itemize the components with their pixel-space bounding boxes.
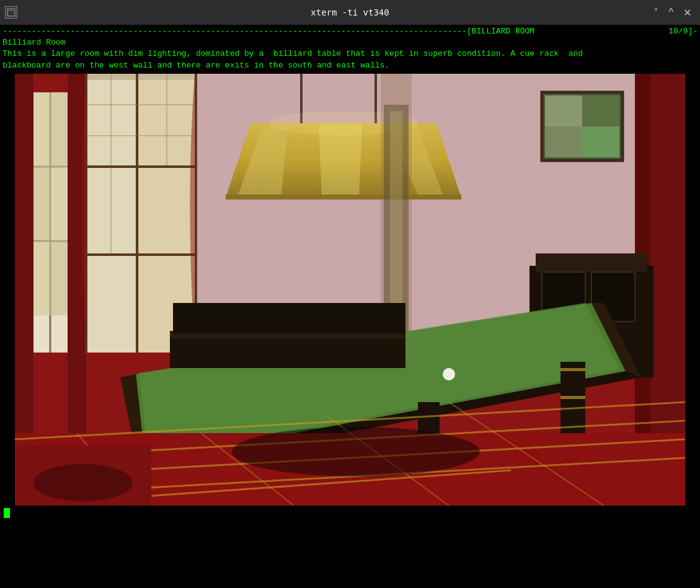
svg-rect-1 — [7, 9, 15, 11]
description-line2: blackboard are on the west wall and ther… — [2, 60, 698, 71]
separator-dashes: ----------------------------------------… — [2, 26, 534, 37]
svg-rect-65 — [560, 362, 585, 442]
room-position: 10/9]- — [668, 26, 698, 37]
svg-rect-24 — [86, 165, 195, 168]
close-button[interactable]: ✕ — [680, 6, 695, 20]
title-bar-left — [5, 6, 17, 19]
billiard-room-image — [15, 74, 685, 506]
window-title: xterm -ti vt340 — [311, 7, 389, 17]
svg-rect-17 — [50, 241, 68, 315]
room-image-container — [15, 74, 685, 506]
title-bar: xterm -ti vt340 ˅ ^ ✕ — [0, 0, 700, 25]
svg-rect-48 — [545, 95, 582, 126]
svg-rect-73 — [173, 303, 405, 334]
text-area: ----------------------------------------… — [2, 26, 698, 71]
separator-line: ----------------------------------------… — [2, 26, 698, 37]
room-name: Billiard Room — [2, 37, 698, 48]
svg-rect-45 — [390, 111, 402, 334]
svg-point-86 — [232, 427, 480, 476]
title-bar-buttons: ˅ ^ ✕ — [650, 6, 695, 20]
window-icon — [5, 6, 17, 19]
svg-rect-22 — [136, 74, 138, 353]
svg-rect-51 — [582, 126, 619, 157]
svg-rect-25 — [86, 253, 195, 256]
svg-rect-69 — [560, 396, 585, 399]
cursor — [4, 508, 10, 518]
svg-rect-50 — [545, 126, 582, 157]
svg-rect-41 — [226, 195, 461, 200]
svg-rect-71 — [170, 334, 405, 368]
svg-point-85 — [33, 464, 133, 501]
description-line1: This is a large room with dim lighting, … — [2, 48, 698, 59]
command-prompt[interactable] — [2, 508, 698, 518]
terminal-content[interactable]: ----------------------------------------… — [0, 25, 700, 588]
svg-point-70 — [443, 368, 455, 380]
dropdown-button[interactable]: ˅ — [650, 6, 662, 20]
svg-rect-12 — [33, 92, 50, 167]
svg-rect-68 — [560, 368, 585, 371]
svg-rect-49 — [582, 95, 619, 126]
svg-rect-13 — [50, 92, 68, 167]
svg-rect-14 — [33, 167, 50, 241]
terminal-window: xterm -ti vt340 ˅ ^ ✕ ------------------… — [0, 0, 700, 588]
svg-rect-15 — [50, 167, 68, 241]
minimize-button[interactable]: ^ — [665, 6, 677, 20]
svg-rect-16 — [33, 241, 50, 315]
svg-rect-54 — [536, 253, 647, 272]
